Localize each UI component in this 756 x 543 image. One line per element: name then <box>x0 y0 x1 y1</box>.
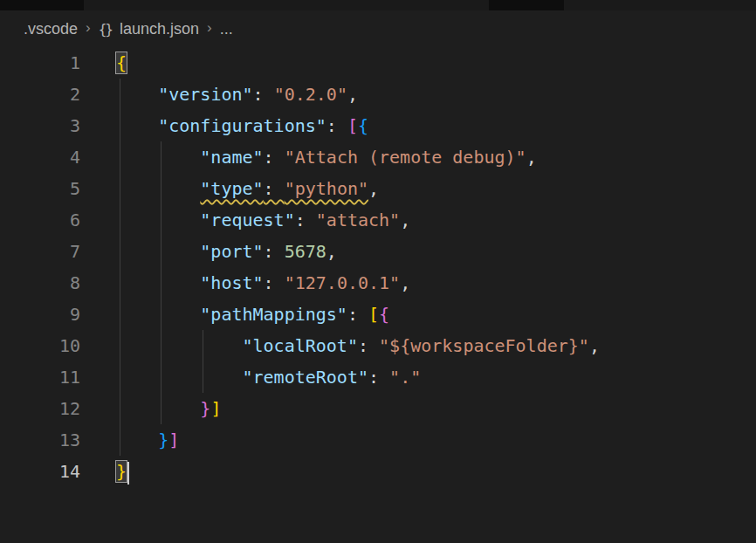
code-token <box>116 147 200 168</box>
line-number: 9 <box>0 299 80 330</box>
code-token: : <box>264 241 285 262</box>
text-cursor <box>127 462 129 485</box>
code-token <box>116 241 200 262</box>
code-token: : <box>326 115 347 136</box>
code-token: : <box>347 304 368 325</box>
code-token: } <box>158 430 168 450</box>
code-token: , <box>526 147 537 168</box>
code-token: "${workspaceFolder}" <box>379 335 589 356</box>
line-number: 12 <box>0 393 80 424</box>
tab-strip-segment <box>489 0 564 10</box>
breadcrumb-item-folder[interactable]: .vscode <box>24 20 78 38</box>
code-token: "host" <box>200 272 263 293</box>
code-token <box>116 84 158 105</box>
code-token: , <box>347 84 358 105</box>
code-line[interactable]: 4 "name": "Attach (remote debug)", <box>0 141 756 173</box>
code-token: "configurations" <box>158 115 326 136</box>
code-token: : <box>264 272 285 293</box>
code-token <box>116 304 200 325</box>
code-token: "Attach (remote debug)" <box>285 147 526 168</box>
code-line[interactable]: 8 "host": "127.0.0.1", <box>0 267 756 299</box>
code-line[interactable]: 9 "pathMappings": [{ <box>0 299 756 330</box>
code-text: "configurations": [{ <box>116 110 368 141</box>
code-token: , <box>400 210 410 230</box>
chevron-right-icon: › <box>86 19 91 37</box>
code-token: [ <box>368 304 379 325</box>
code-token: "127.0.0.1" <box>285 272 400 293</box>
code-token: , <box>368 178 379 199</box>
breadcrumb: .vscode › {} launch.json › ... <box>0 10 756 47</box>
code-token: "remoteRoot" <box>243 367 369 388</box>
code-line[interactable]: 14} <box>0 456 756 487</box>
code-token: : <box>264 147 285 168</box>
code-line[interactable]: 6 "request": "attach", <box>0 204 756 236</box>
line-number: 3 <box>0 110 80 141</box>
line-number: 6 <box>0 204 80 236</box>
code-token: "request" <box>200 210 294 230</box>
line-number: 4 <box>0 141 80 173</box>
code-area: 1{2 "version": "0.2.0",3 "configurations… <box>0 47 756 487</box>
code-token <box>116 272 200 293</box>
code-text: { <box>116 47 127 79</box>
code-token: 5678 <box>285 241 326 262</box>
line-number: 2 <box>0 79 80 110</box>
code-line[interactable]: 5 "type": "python", <box>0 173 756 204</box>
code-text: }] <box>116 424 179 456</box>
chevron-right-icon: › <box>207 19 212 37</box>
code-token: { <box>379 304 389 325</box>
line-number: 7 <box>0 236 80 267</box>
code-token <box>116 430 158 450</box>
code-text: "type": "python", <box>116 173 379 204</box>
code-token <box>116 367 243 388</box>
line-number: 14 <box>0 456 80 487</box>
line-number: 13 <box>0 424 80 456</box>
code-text: }] <box>116 393 221 424</box>
code-line[interactable]: 13 }] <box>0 424 756 456</box>
tab-strip-segment <box>0 0 84 10</box>
code-token: "localRoot" <box>243 335 358 356</box>
code-text: "version": "0.2.0", <box>116 79 358 110</box>
code-token: , <box>589 335 600 356</box>
code-token: ] <box>168 430 179 450</box>
code-text: "remoteRoot": "." <box>116 361 421 393</box>
line-number: 8 <box>0 267 80 299</box>
breadcrumb-item-symbol[interactable]: ... <box>220 20 233 38</box>
code-line[interactable]: 11 "remoteRoot": "." <box>0 361 756 393</box>
code-text: "localRoot": "${workspaceFolder}", <box>116 330 600 361</box>
indent-guide <box>161 141 162 424</box>
code-line[interactable]: 3 "configurations": [{ <box>0 110 756 141</box>
code-line[interactable]: 12 }] <box>0 393 756 424</box>
code-token <box>116 115 158 136</box>
code-text: "port": 5678, <box>116 236 337 267</box>
code-token <box>116 335 243 356</box>
code-token: "attach" <box>316 210 400 230</box>
json-braces-icon: {} <box>99 21 112 38</box>
code-token: "name" <box>200 147 263 168</box>
code-token: "0.2.0" <box>274 84 347 105</box>
code-line[interactable]: 7 "port": 5678, <box>0 236 756 267</box>
code-token: : <box>295 210 316 230</box>
code-token: : <box>368 367 389 388</box>
line-number: 11 <box>0 361 80 393</box>
code-token: "port" <box>200 241 263 262</box>
code-token: : <box>358 335 379 356</box>
code-token: "pathMappings" <box>200 304 347 325</box>
code-token: [ <box>347 115 358 136</box>
code-editor[interactable]: 1{2 "version": "0.2.0",3 "configurations… <box>0 47 756 487</box>
code-text: "name": "Attach (remote debug)", <box>116 141 537 173</box>
line-number: 5 <box>0 173 80 204</box>
code-line[interactable]: 10 "localRoot": "${workspaceFolder}", <box>0 330 756 361</box>
code-text: } <box>116 456 129 487</box>
breadcrumb-item-file[interactable]: launch.json <box>120 20 199 38</box>
indent-guide <box>203 330 203 393</box>
code-token: , <box>326 241 337 262</box>
line-number: 10 <box>0 330 80 361</box>
matched-bracket: } <box>116 461 127 482</box>
code-token: ] <box>210 398 221 419</box>
code-token <box>116 398 200 419</box>
code-token: , <box>400 272 410 293</box>
code-line[interactable]: 1{ <box>0 47 756 79</box>
tab-strip <box>0 0 756 10</box>
code-token <box>116 178 200 199</box>
code-line[interactable]: 2 "version": "0.2.0", <box>0 79 756 110</box>
